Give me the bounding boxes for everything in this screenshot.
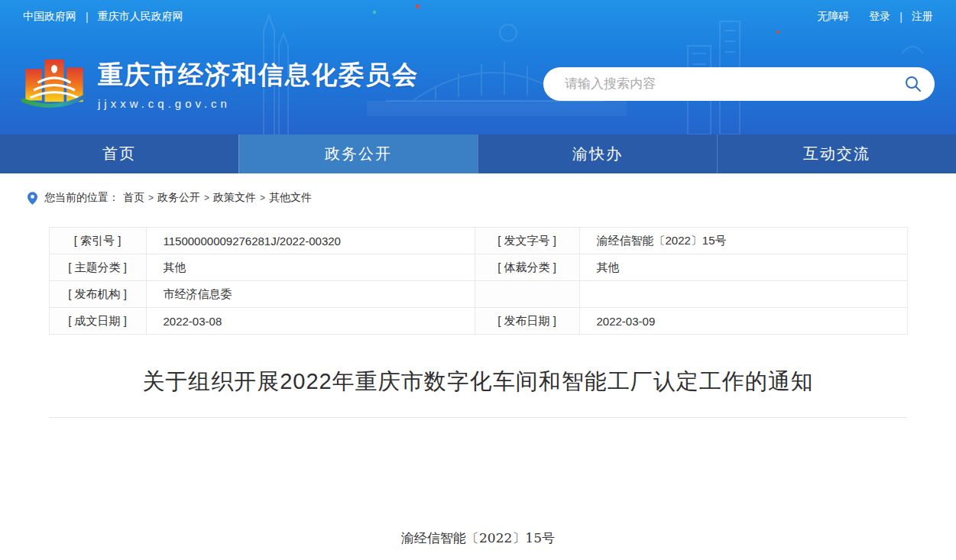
search-input[interactable] [565,76,904,92]
login-link[interactable]: 登录 [869,10,890,24]
meta-label-index-number: [ 索引号 ] [49,228,146,254]
topbar: 中国政府网 | 重庆市人民政府网 无障碍 登录 | 注册 [0,0,956,34]
meta-value-subject-category: 其他 [146,254,475,281]
meta-value-empty [579,281,907,308]
breadcrumb-separator: > [204,193,209,203]
meta-label-genre-category: [ 体裁分类 ] [475,254,579,281]
breadcrumb-gov-affairs[interactable]: 政务公开 [157,191,200,205]
register-link[interactable]: 注册 [912,10,933,24]
nav-item-interaction[interactable]: 互动交流 [717,134,956,173]
breadcrumb-separator: > [260,193,265,203]
page-title: 关于组织开展2022年重庆市数字化车间和智能工厂认定工作的通知 [0,367,956,397]
nav-item-home[interactable]: 首页 [0,134,238,173]
search-box [543,67,935,101]
table-row: [ 主题分类 ] 其他 [ 体裁分类 ] 其他 [49,254,907,281]
table-row: [ 发布机构 ] 市经济信息委 [49,281,907,308]
link-cq-gov[interactable]: 重庆市人民政府网 [98,10,183,24]
title-divider [49,417,907,418]
document-number: 渝经信智能〔2022〕15号 [0,529,956,547]
breadcrumb-prefix: 您当前的位置： [44,191,119,205]
nav-item-yukuaiban[interactable]: 渝快办 [478,134,717,173]
meta-value-doc-symbol: 渝经信智能〔2022〕15号 [579,228,907,254]
site-header: 重庆市经济和信息化委员会 jjxxw.cq.gov.cn [0,34,956,134]
meta-label-subject-category: [ 主题分类 ] [49,254,146,281]
search-icon [904,75,922,93]
meta-value-genre-category: 其他 [579,254,907,281]
meta-value-issuing-agency: 市经济信息委 [146,281,475,308]
meta-value-publish-date: 2022-03-09 [579,308,907,335]
site-logo-icon [21,53,87,115]
breadcrumb-home[interactable]: 首页 [123,191,144,205]
meta-label-written-date: [ 成文日期 ] [49,308,146,335]
breadcrumb-other-files[interactable]: 其他文件 [269,191,312,205]
breadcrumb-policy-files[interactable]: 政策文件 [213,191,256,205]
nav-item-gov-affairs[interactable]: 政务公开 [238,134,478,173]
table-row: [ 索引号 ] 11500000009276281J/2022-00320 [ … [49,228,907,254]
accessibility-link[interactable]: 无障碍 [817,10,849,24]
link-china-gov[interactable]: 中国政府网 [23,10,76,24]
meta-label-doc-symbol: [ 发文字号 ] [475,228,579,254]
main-nav: 首页 政务公开 渝快办 互动交流 [0,134,956,173]
meta-label-publish-date: [ 发布日期 ] [475,308,579,335]
meta-value-written-date: 2022-03-08 [146,308,475,335]
meta-label-issuing-agency: [ 发布机构 ] [49,281,146,308]
site-brand[interactable]: 重庆市经济和信息化委员会 jjxxw.cq.gov.cn [21,53,419,115]
meta-value-index-number: 11500000009276281J/2022-00320 [146,228,475,254]
topbar-divider-2: | [899,11,903,23]
table-row: [ 成文日期 ] 2022-03-08 [ 发布日期 ] 2022-03-09 [49,308,907,335]
topbar-divider: | [86,11,89,23]
breadcrumb: 您当前的位置： 首页 > 政务公开 > 政策文件 > 其他文件 [28,190,956,206]
site-url: jjxxw.cq.gov.cn [98,97,419,110]
site-name: 重庆市经济和信息化委员会 [98,58,419,92]
breadcrumb-separator: > [148,193,154,203]
search-button[interactable] [904,75,922,93]
meta-label-empty [475,281,579,308]
document-meta-table: [ 索引号 ] 11500000009276281J/2022-00320 [ … [49,227,908,335]
location-pin-icon [28,192,37,205]
masthead: 中国政府网 | 重庆市人民政府网 无障碍 登录 | 注册 [0,0,956,134]
